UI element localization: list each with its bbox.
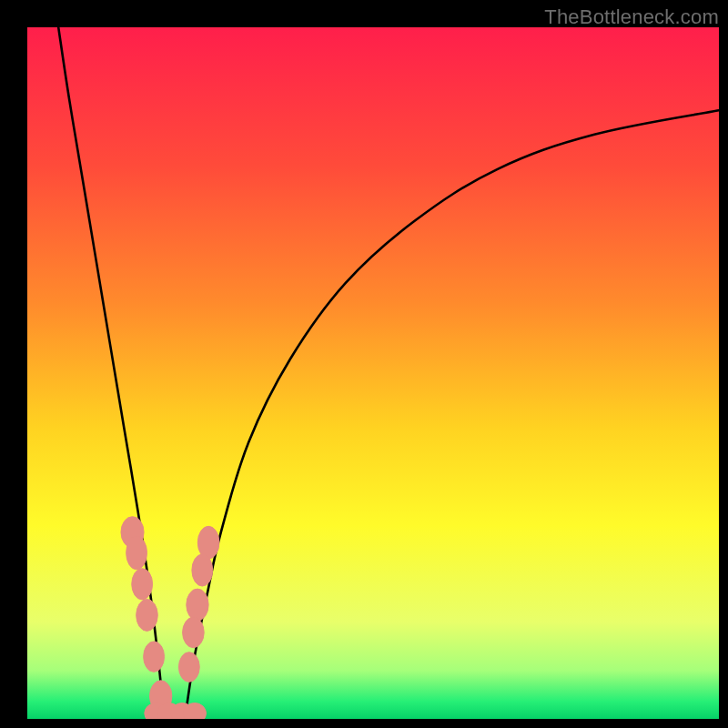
marker-point (192, 554, 213, 586)
plot-area (27, 27, 719, 719)
marker-group (121, 517, 219, 719)
marker-point (187, 589, 208, 621)
right-branch-line (185, 110, 719, 719)
marker-point (183, 617, 205, 647)
marker-point (197, 526, 219, 559)
marker-point (136, 600, 158, 632)
marker-point (132, 569, 153, 600)
marker-point (126, 536, 147, 569)
marker-point (178, 652, 199, 682)
marker-point (183, 703, 206, 719)
chart-frame: TheBottleneck.com (0, 0, 728, 728)
watermark-text: TheBottleneck.com (544, 5, 719, 29)
curves-layer (27, 27, 719, 719)
marker-point (144, 642, 165, 672)
